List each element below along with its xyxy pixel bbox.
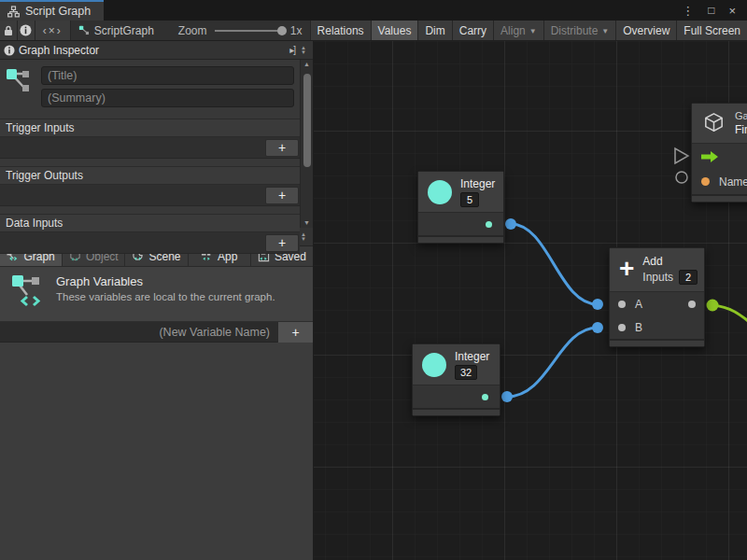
node-add[interactable]: + Add Inputs 2 A B [609,247,705,347]
integer-value-field[interactable]: 32 [455,365,477,380]
add-variable-button[interactable]: + [277,322,313,343]
chevron-down-icon: ▼ [601,27,609,35]
output-port[interactable] [688,301,696,308]
wire-endpoint[interactable] [501,391,513,402]
window-tab-strip: Script Graph ⋮ □ × [0,0,747,21]
data-inputs-list: + [0,232,300,254]
window-close-icon[interactable]: × [728,5,736,17]
wire-add-output[interactable] [712,305,747,328]
info-icon [20,24,32,36]
info-icon [4,45,15,56]
graph-variables-info: Graph Variables These variables are loca… [0,267,313,322]
code-view-button[interactable]: ‹×› [35,21,71,40]
blackboard-panel: ‹×› Blackboard ▸] ▲▼ Graph Object [0,228,313,560]
inspector-scrollbar[interactable]: ▲ ▼ [300,60,313,228]
graph-node-icon [6,66,34,98]
name-input-port[interactable] [701,177,710,186]
graph-inspector-content: Trigger Inputs + Trigger Outputs + Data … [0,60,300,228]
node-title: Integer [455,350,489,363]
scroll-up-icon[interactable]: ▲ [303,60,310,69]
port-label: Name [719,175,747,189]
input-port-b[interactable] [618,324,626,331]
graph-inspector-header: Graph Inspector ▸] ▲▼ [0,41,313,60]
sidebar: Graph Inspector ▸] ▲▼ Trigger Inputs + [0,41,314,560]
graph-inspector-panel: Graph Inspector ▸] ▲▼ Trigger Inputs + [0,41,313,228]
new-variable-name-input[interactable] [0,326,277,339]
inputs-count-field[interactable]: 2 [679,270,698,285]
port-label: B [635,321,642,334]
trigger-outputs-list: + [0,185,300,206]
window-controls: ⋮ □ × [682,0,747,21]
button-overview[interactable]: Overview [616,21,677,40]
zoom-slider[interactable] [215,30,285,32]
port-label: A [635,298,642,311]
integer-type-icon [428,180,452,204]
toggle-relations[interactable]: Relations [311,21,372,40]
toggle-values[interactable]: Values [372,21,419,40]
lock-button[interactable] [0,21,18,40]
zoom-label: Zoom [178,24,207,37]
inputs-label: Inputs [642,271,673,284]
graph-canvas[interactable]: Integer 5 Integer 32 [314,41,747,560]
toggle-carry[interactable]: Carry [453,21,494,40]
graph-toolbar: ‹×› ScriptGraph Zoom 1x Relations Values… [0,21,747,41]
trigger-input-arrow-icon[interactable] [701,151,718,162]
button-full-screen[interactable]: Full Screen [677,21,747,40]
node-subtitle: Find [735,123,747,136]
data-port-outline-icon[interactable] [676,172,687,183]
window-maximize-icon[interactable]: □ [708,5,714,16]
tab-script-graph[interactable]: Script Graph [0,0,104,21]
integer-type-icon [422,353,446,377]
add-trigger-input-button[interactable]: + [265,139,299,157]
node-title: Integer [460,177,495,190]
node-integer-5[interactable]: Integer 5 [417,171,504,244]
add-trigger-output-button[interactable]: + [265,187,299,204]
info-button[interactable] [18,21,35,40]
output-port[interactable] [482,394,488,400]
output-port[interactable] [486,221,492,228]
scrollbar-thumb[interactable] [303,74,311,167]
zoom-slider-handle[interactable] [277,26,287,35]
wire-integer5-to-add-a[interactable] [511,224,598,304]
section-trigger-inputs: Trigger Inputs [0,119,300,137]
scroll-down-icon[interactable]: ▼ [303,218,310,228]
wire-endpoint[interactable] [707,300,719,312]
dropdown-distribute[interactable]: Distribute▼ [544,21,617,40]
unity-visual-scripting-window: { "window": { "tab_title": "Script Graph… [0,0,747,560]
trigger-inputs-list: + [0,137,300,159]
graph-variables-title: Graph Variables [56,274,275,288]
section-data-inputs: Data Inputs [0,214,300,232]
node-title: Game Object [735,110,747,121]
tab-title: Script Graph [25,5,91,18]
panel-scroll-arrows[interactable]: ▲▼ [298,46,309,55]
dock-icon[interactable]: ▸] [289,45,295,55]
integer-value-field[interactable]: 5 [460,192,479,207]
toggle-dim[interactable]: Dim [418,21,452,40]
section-trigger-outputs: Trigger Outputs [0,166,300,185]
add-icon: + [619,256,634,282]
chevron-down-icon: ▼ [529,27,537,35]
graph-asset-name: ScriptGraph [94,24,154,37]
input-port-a[interactable] [618,301,626,308]
lock-icon [4,25,13,36]
dropdown-align[interactable]: Align▼ [494,21,544,40]
wire-endpoint[interactable] [505,218,516,230]
graph-summary-field[interactable] [41,89,294,107]
gameobject-cube-icon [701,111,726,136]
graph-variables-description: These variables are local to the current… [56,291,275,302]
zoom-value: 1x [290,24,303,37]
graph-title-field[interactable] [41,66,294,85]
toolbar-graph-zone: ScriptGraph Zoom 1x [71,21,311,40]
add-data-input-button[interactable]: + [265,234,299,252]
wire-endpoint[interactable] [592,299,603,310]
panel-title: Graph Inspector [19,44,99,57]
node-gameobject-find[interactable]: Game Object Find Name [691,103,747,203]
trigger-port-outline-icon[interactable] [675,148,688,163]
variables-empty-area [0,343,313,560]
window-menu-icon[interactable]: ⋮ [682,5,694,17]
wire-integer32-to-add-b[interactable] [507,328,598,397]
wire-endpoint[interactable] [592,322,603,333]
script-graph-icon [78,24,90,37]
node-integer-32[interactable]: Integer 32 [412,343,500,416]
new-variable-row: + [0,322,313,343]
